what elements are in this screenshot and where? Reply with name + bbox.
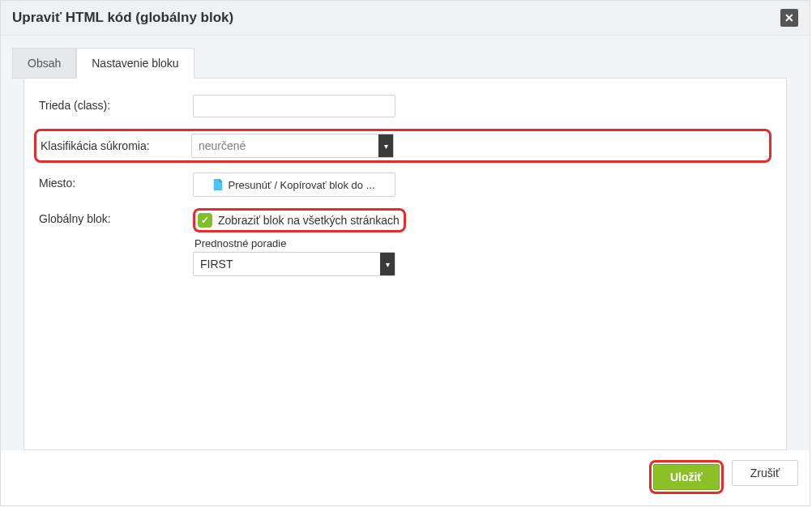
tabs: Obsah Nastavenie bloku — [12, 47, 798, 78]
control-global: ✓ Zobraziť blok na všetkých stránkach Pr… — [193, 208, 406, 276]
dialog: Upraviť HTML kód (globálny blok) ✕ Obsah… — [0, 0, 810, 506]
global-checkbox-label: Zobraziť blok na všetkých stránkach — [218, 214, 400, 227]
document-icon — [213, 179, 223, 190]
highlight-save-button: Uložiť — [649, 460, 724, 494]
class-input[interactable] — [193, 95, 395, 117]
dialog-header: Upraviť HTML kód (globálny blok) ✕ — [1, 1, 810, 36]
label-global: Globálny blok: — [39, 208, 193, 225]
tab-content[interactable]: Obsah — [12, 48, 76, 79]
control-place: Presunúť / Kopírovať blok do ... — [193, 173, 395, 197]
row-global: Globálny blok: ✓ Zobraziť blok na všetký… — [39, 208, 771, 276]
label-priority: Prednostné poradie — [194, 237, 406, 249]
cancel-button[interactable]: Zrušiť — [732, 460, 798, 486]
label-place: Miesto: — [39, 173, 193, 190]
control-class — [193, 95, 395, 117]
priority-select[interactable]: FIRST ▾ — [193, 252, 395, 276]
global-checkbox[interactable]: ✓ Zobraziť blok na všetkých stránkach — [198, 213, 400, 228]
label-class: Trieda (class): — [39, 95, 193, 112]
control-privacy: neurčené ▾ — [191, 134, 394, 158]
chevron-down-icon: ▾ — [378, 134, 393, 157]
dialog-footer: Uložiť Zrušiť — [1, 450, 810, 505]
row-class: Trieda (class): — [39, 95, 771, 117]
chevron-down-icon: ▾ — [380, 253, 395, 275]
highlight-global-checkbox: ✓ Zobraziť blok na všetkých stránkach — [193, 208, 406, 232]
privacy-select[interactable]: neurčené ▾ — [191, 134, 394, 158]
tab-panel-settings: Trieda (class): Klasifikácia súkromia: n… — [24, 78, 787, 450]
highlight-privacy-row: Klasifikácia súkromia: neurčené ▾ — [34, 129, 771, 163]
checkbox-checked-icon: ✓ — [198, 213, 212, 228]
move-copy-button[interactable]: Presunúť / Kopírovať blok do ... — [193, 173, 395, 197]
label-privacy: Klasifikácia súkromia: — [41, 139, 191, 152]
move-copy-button-label: Presunúť / Kopírovať blok do ... — [228, 179, 374, 191]
row-place: Miesto: Presunúť / Kopírovať blok do ... — [39, 173, 771, 197]
save-button[interactable]: Uložiť — [653, 464, 720, 490]
tabs-container: Obsah Nastavenie bloku Trieda (class): K… — [1, 36, 810, 450]
privacy-select-value: neurčené — [199, 139, 246, 152]
tab-block-settings[interactable]: Nastavenie bloku — [76, 48, 194, 79]
dialog-title: Upraviť HTML kód (globálny blok) — [12, 10, 233, 26]
close-icon: ✕ — [784, 12, 794, 23]
priority-select-value: FIRST — [200, 258, 233, 271]
close-button[interactable]: ✕ — [780, 9, 798, 27]
